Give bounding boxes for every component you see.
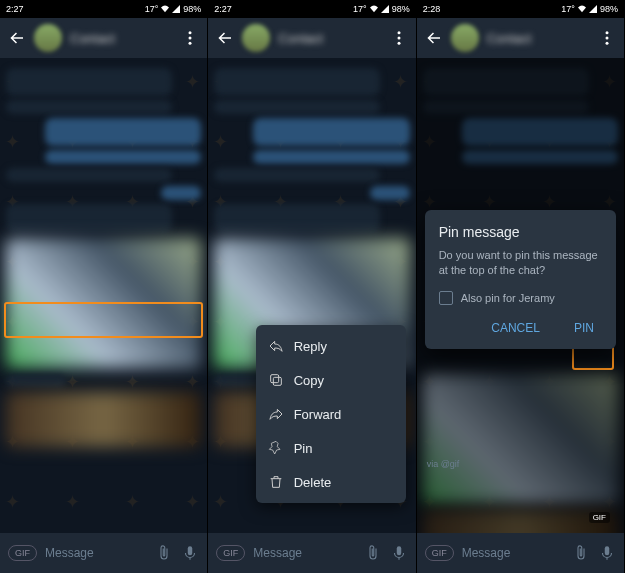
msg-in[interactable] [6,374,66,388]
msg-in[interactable] [423,68,589,96]
msg-in[interactable] [6,68,172,96]
attach-icon[interactable] [364,544,382,562]
panel-2: 2:27 17° 98% Contact Reply Copy [208,0,416,573]
ctx-delete[interactable]: Delete [256,465,406,499]
panel-3: 2:28 17° 98% Contact via @gif GIF Pin me… [417,0,625,573]
chat-title[interactable]: Contact [70,31,173,46]
msg-in[interactable] [214,204,380,232]
checkbox-icon [439,291,453,305]
attach-icon[interactable] [572,544,590,562]
more-icon[interactable] [181,29,199,47]
image-message[interactable] [6,392,201,447]
msg-out[interactable] [253,150,409,164]
back-icon[interactable] [8,29,26,47]
via-label: via @gif [427,459,460,469]
clock: 2:27 [6,4,24,14]
gif-button[interactable]: GIF [216,545,245,561]
message-input[interactable]: Message [45,546,147,560]
message-input-bar: GIF Message [0,533,207,573]
chat-header: Contact [0,18,207,58]
svg-rect-8 [270,375,278,383]
ctx-pin[interactable]: Pin [256,431,406,465]
chat-title[interactable]: Contact [278,31,381,46]
svg-rect-7 [273,377,281,385]
svg-point-6 [397,42,400,45]
mic-icon[interactable] [390,544,408,562]
svg-point-5 [397,37,400,40]
temp: 17° [145,4,159,14]
image-message[interactable] [423,374,618,504]
pin-icon [268,440,284,456]
svg-point-11 [605,37,608,40]
reply-icon [268,338,284,354]
status-bar: 2:27 17° 98% [0,0,207,18]
msg-in[interactable] [214,168,380,182]
signal-icon [381,5,389,13]
forward-icon [268,406,284,422]
attach-icon[interactable] [155,544,173,562]
copy-icon [268,372,284,388]
svg-point-12 [605,42,608,45]
msg-out[interactable] [45,118,201,146]
msg-in[interactable] [214,100,380,114]
avatar[interactable] [242,24,270,52]
msg-in[interactable] [6,100,172,114]
msg-out[interactable] [253,118,409,146]
gif-badge: GIF [589,512,610,523]
wifi-icon [161,5,169,13]
battery: 98% [183,4,201,14]
more-icon[interactable] [390,29,408,47]
avatar[interactable] [451,24,479,52]
back-icon[interactable] [216,29,234,47]
svg-rect-9 [396,546,401,555]
chat-title[interactable]: Contact [487,31,590,46]
ctx-reply[interactable]: Reply [256,329,406,363]
msg-out[interactable] [370,186,410,200]
svg-point-2 [189,42,192,45]
msg-in[interactable] [6,168,172,182]
msg-in[interactable] [6,204,172,232]
clock: 2:27 [214,4,232,14]
dialog-title: Pin message [439,224,602,240]
back-icon[interactable] [425,29,443,47]
pin-dialog: Pin message Do you want to pin this mess… [425,210,616,349]
also-pin-checkbox[interactable]: Also pin for Jeramy [439,291,602,305]
status-bar: 2:27 17° 98% [208,0,415,18]
avatar[interactable] [34,24,62,52]
msg-in[interactable] [214,68,380,96]
ctx-copy[interactable]: Copy [256,363,406,397]
svg-point-0 [189,31,192,34]
more-icon[interactable] [598,29,616,47]
msg-out[interactable] [161,186,201,200]
mic-icon[interactable] [181,544,199,562]
wifi-icon [370,5,378,13]
message-input-bar: GIF Message [208,533,415,573]
context-menu: Reply Copy Forward Pin Delete [256,325,406,503]
wifi-icon [578,5,586,13]
msg-in[interactable] [423,100,589,114]
svg-point-10 [605,31,608,34]
trash-icon [268,474,284,490]
message-input[interactable]: Message [462,546,564,560]
message-input[interactable]: Message [253,546,355,560]
cancel-button[interactable]: CANCEL [483,315,548,341]
chat-header: Contact [208,18,415,58]
mic-icon[interactable] [598,544,616,562]
ctx-forward[interactable]: Forward [256,397,406,431]
svg-point-1 [189,37,192,40]
status-bar: 2:28 17° 98% [417,0,624,18]
image-message[interactable] [6,238,201,368]
gif-button[interactable]: GIF [425,545,454,561]
signal-icon [172,5,180,13]
pin-button[interactable]: PIN [566,315,602,341]
msg-out[interactable] [45,150,201,164]
dialog-body: Do you want to pin this message at the t… [439,248,602,279]
gif-button[interactable]: GIF [8,545,37,561]
signal-icon [589,5,597,13]
msg-out[interactable] [462,150,618,164]
msg-out[interactable] [462,118,618,146]
panel-1: 2:27 17° 98% Contact GIF Message [0,0,208,573]
message-input-bar: GIF Message [417,533,624,573]
chat-scroll[interactable] [0,58,207,533]
svg-rect-3 [188,546,193,555]
